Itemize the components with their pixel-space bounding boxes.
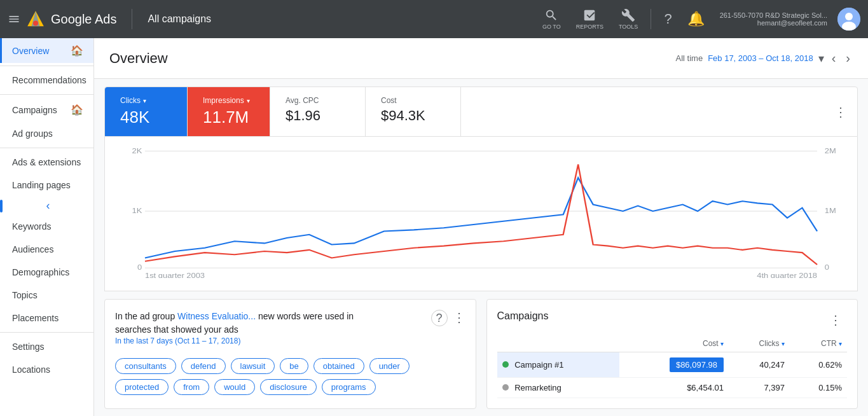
- svg-text:4th quarter 2018: 4th quarter 2018: [757, 272, 817, 278]
- new-words-header: In the ad group Witness Evaluatio... new…: [115, 310, 465, 353]
- date-dropdown-arrow[interactable]: ▾: [818, 52, 824, 66]
- sidebar-item-demographics-label: Demographics: [12, 267, 69, 277]
- new-words-more-button[interactable]: ⋮: [453, 310, 465, 326]
- sidebar-item-landing-pages[interactable]: Landing pages: [0, 174, 93, 197]
- remarketing-ctr-cell: 0.15%: [790, 378, 847, 398]
- date-range-prefix: All time: [676, 53, 703, 63]
- chip-obtained[interactable]: obtained: [313, 358, 364, 374]
- hamburger-icon[interactable]: [8, 13, 20, 25]
- impressions-dropdown-icon: ▾: [247, 97, 250, 104]
- sidebar-divider: [0, 66, 93, 66]
- date-next-button[interactable]: ›: [843, 48, 853, 68]
- main-content: Overview All time Feb 17, 2003 – Oct 18,…: [94, 38, 868, 416]
- svg-point-2: [33, 20, 38, 25]
- metrics-more-button[interactable]: ⋮: [829, 102, 852, 122]
- sidebar-item-keywords[interactable]: Keywords: [0, 215, 93, 238]
- chip-from[interactable]: from: [174, 379, 209, 395]
- svg-text:1st quarter 2003: 1st quarter 2003: [145, 272, 205, 278]
- table-row: Campaign #1 $86,097.98 40,247 0.62%: [497, 352, 848, 378]
- top-navigation: Google Ads All campaigns GO TO REPORTS T…: [0, 0, 868, 38]
- svg-text:0: 0: [137, 263, 142, 272]
- campaigns-table: Cost ▾ Clicks ▾ CTR ▾ Campaign #1: [497, 335, 848, 398]
- chip-would[interactable]: would: [214, 379, 255, 395]
- chip-protected[interactable]: protected: [115, 379, 169, 395]
- tools-button[interactable]: TOOLS: [614, 6, 643, 32]
- sidebar-item-settings[interactable]: Settings: [0, 335, 93, 358]
- date-range-controls: All time Feb 17, 2003 – Oct 18, 2018 ▾ ‹…: [676, 48, 853, 68]
- date-range-value[interactable]: Feb 17, 2003 – Oct 18, 2018: [708, 53, 813, 63]
- new-words-link[interactable]: Witness Evaluatio...: [177, 311, 256, 321]
- svg-text:0: 0: [825, 263, 829, 272]
- chip-programs[interactable]: programs: [322, 379, 376, 395]
- sidebar-divider-4: [0, 332, 93, 333]
- campaign-ctr-cell: 0.62%: [790, 352, 847, 378]
- campaign-name-cell[interactable]: Campaign #1: [497, 352, 619, 378]
- account-email: hemant@seofleet.com: [757, 19, 827, 27]
- col-cost[interactable]: Cost ▾: [619, 335, 729, 352]
- app-name: Google Ads: [51, 12, 116, 27]
- remarketing-clicks-cell: 7,397: [729, 378, 790, 398]
- campaign-status-dot: [502, 361, 509, 368]
- notifications-button[interactable]: 🔔: [682, 11, 710, 27]
- sidebar-item-demographics[interactable]: Demographics: [0, 261, 93, 284]
- svg-text:1M: 1M: [825, 207, 836, 215]
- reports-label: REPORTS: [576, 24, 603, 30]
- chip-be[interactable]: be: [280, 358, 308, 374]
- sidebar-item-locations[interactable]: Locations: [0, 358, 93, 381]
- new-words-text-container: In the ad group Witness Evaluatio... new…: [115, 310, 431, 353]
- chip-defend[interactable]: defend: [181, 358, 226, 374]
- app-logo[interactable]: Google Ads: [8, 9, 116, 29]
- goto-label: GO TO: [542, 24, 561, 30]
- campaigns-more-button[interactable]: ⋮: [824, 310, 847, 330]
- avg-cpc-metric[interactable]: Avg. CPC $1.96: [270, 87, 366, 136]
- sidebar-item-campaigns-label: Campaigns: [12, 105, 57, 115]
- col-clicks[interactable]: Clicks ▾: [729, 335, 790, 352]
- campaigns-home-icon: 🏠: [71, 104, 83, 116]
- avatar[interactable]: [837, 8, 860, 31]
- campaigns-card: Campaigns ⋮ Cost ▾ Clicks ▾ CTR ▾: [486, 299, 858, 409]
- remarketing-name-cell[interactable]: Remarketing: [497, 378, 619, 398]
- metrics-spacer: ⋮: [461, 87, 857, 136]
- svg-text:2M: 2M: [825, 146, 836, 155]
- sidebar-item-placements[interactable]: Placements: [0, 307, 93, 329]
- sidebar-item-audiences-label: Audiences: [12, 244, 53, 254]
- avg-cpc-label: Avg. CPC: [286, 96, 350, 105]
- clicks-value: 48K: [120, 107, 172, 127]
- sidebar-item-recommendations[interactable]: Recommendations: [0, 69, 93, 92]
- sidebar-item-topics-label: Topics: [12, 290, 38, 300]
- chip-disclosure[interactable]: disclosure: [260, 379, 317, 395]
- sidebar-item-adgroups[interactable]: Ad groups: [0, 122, 93, 145]
- new-words-date: In the last 7 days (Oct 11 – 17, 2018): [115, 336, 431, 345]
- sidebar-item-overview[interactable]: Overview 🏠: [0, 38, 93, 63]
- performance-chart: 2K 1K 0 2M 1M 0 1st quarter 2003 4th qua…: [115, 144, 847, 278]
- help-circle-button[interactable]: ?: [431, 310, 448, 326]
- help-button[interactable]: ?: [659, 11, 677, 27]
- col-name: [497, 335, 619, 352]
- svg-text:2K: 2K: [132, 146, 142, 155]
- chip-lawsuit[interactable]: lawsuit: [231, 358, 275, 374]
- sidebar-item-topics[interactable]: Topics: [0, 284, 93, 307]
- clicks-metric[interactable]: Clicks ▾ 48K: [105, 87, 188, 136]
- clicks-dropdown-icon: ▾: [143, 97, 146, 104]
- campaigns-card-title: Campaigns: [497, 310, 549, 322]
- reports-button[interactable]: REPORTS: [571, 6, 609, 32]
- page-header: Overview All time Feb 17, 2003 – Oct 18,…: [94, 38, 868, 79]
- cost-metric[interactable]: Cost $94.3K: [366, 87, 461, 136]
- chip-under[interactable]: under: [369, 358, 410, 374]
- chip-consultants[interactable]: consultants: [115, 358, 176, 374]
- avg-cpc-value: $1.96: [286, 107, 350, 124]
- col-ctr[interactable]: CTR ▾: [790, 335, 847, 352]
- nav-actions: GO TO REPORTS TOOLS ? 🔔 261-550-7070 R&D…: [537, 6, 860, 32]
- sidebar-item-campaigns[interactable]: Campaigns 🏠: [0, 97, 93, 122]
- campaigns-header: Campaigns ⋮: [497, 310, 848, 330]
- sidebar-item-audiences[interactable]: Audiences: [0, 238, 93, 261]
- new-words-actions: ? ⋮: [431, 310, 465, 326]
- sidebar-item-keywords-label: Keywords: [12, 221, 51, 232]
- impressions-metric[interactable]: Impressions ▾ 11.7M: [188, 87, 270, 136]
- goto-button[interactable]: GO TO: [537, 6, 566, 32]
- cost-label: Cost: [381, 96, 445, 105]
- date-prev-button[interactable]: ‹: [829, 48, 839, 68]
- bottom-row: In the ad group Witness Evaluatio... new…: [104, 299, 858, 409]
- sidebar-item-locations-label: Locations: [12, 364, 50, 375]
- sidebar-item-ads-extensions[interactable]: Ads & extensions: [0, 151, 93, 174]
